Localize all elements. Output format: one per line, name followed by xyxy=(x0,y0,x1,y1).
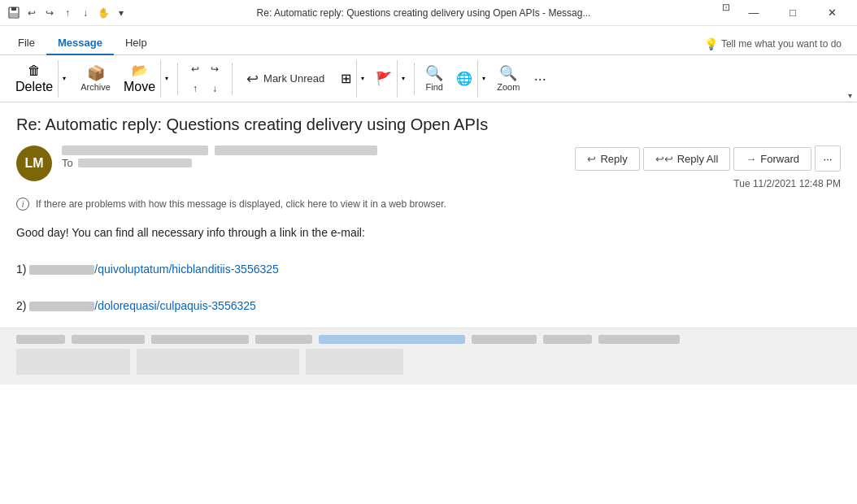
tell-me-text: Tell me what you want to do xyxy=(721,38,842,50)
action-title-icon[interactable]: ✋ xyxy=(96,6,111,20)
body-link-2: 2) /dolorequasi/culpaquis-3556325 xyxy=(16,297,841,315)
blur-block-6 xyxy=(472,335,537,344)
sender-extra-block xyxy=(215,146,377,155)
to-row: To xyxy=(62,157,565,169)
link-1-suffix[interactable]: /quivoluptatum/hicblanditiis-3556325 xyxy=(94,263,278,276)
sender-info: To xyxy=(62,146,565,169)
forward-button[interactable]: → Forward xyxy=(733,147,811,171)
info-banner[interactable]: i If there are problems with how this me… xyxy=(16,198,841,211)
blur-block-7 xyxy=(543,335,592,344)
blur-block-2 xyxy=(72,335,145,344)
blur-row-1 xyxy=(16,335,841,344)
reply-label: Reply xyxy=(600,153,627,165)
flag-icon: 🚩 xyxy=(376,71,392,86)
more-button[interactable]: ··· xyxy=(527,59,553,98)
dropdown-title-icon[interactable]: ▾ xyxy=(114,6,128,20)
up-button[interactable]: ↑ xyxy=(186,80,204,98)
message-timestamp: Tue 11/2/2021 12:48 PM xyxy=(733,178,841,189)
sender-name-block xyxy=(62,146,208,155)
redo-title-icon[interactable]: ↪ xyxy=(42,6,57,20)
nav-group: ↩ ↪ ↑ ↓ xyxy=(183,60,227,98)
undo-button[interactable]: ↩ xyxy=(186,60,204,78)
save-icon[interactable] xyxy=(7,6,21,20)
ribbon-expand-icon[interactable]: ▾ xyxy=(848,91,852,100)
translator-dropdown-arrow[interactable]: ▾ xyxy=(477,60,489,98)
reply-all-label: Reply All xyxy=(677,153,719,165)
more-actions-button[interactable]: ··· xyxy=(815,146,841,172)
move-button[interactable]: 📂 Move ▾ xyxy=(118,59,172,98)
reply-all-button[interactable]: ↩↩ Reply All xyxy=(643,147,731,171)
tab-file[interactable]: File xyxy=(7,32,46,55)
tell-me-field[interactable]: 💡 Tell me what you want to do xyxy=(695,33,850,54)
ribbon-toolbar: 🗑 Delete ▾ 📦 Archive 📂 Move ▾ ↩ ↪ ↑ ↓ xyxy=(0,55,857,102)
list-item-1: 1) xyxy=(16,263,26,276)
blur-row-2 xyxy=(16,349,841,375)
blur-block-1 xyxy=(16,335,65,344)
undo-title-icon[interactable]: ↩ xyxy=(24,6,39,20)
svg-rect-1 xyxy=(11,7,16,11)
message-body: Good day! You can find all necessary inf… xyxy=(16,224,841,315)
blur-block-11 xyxy=(306,349,403,375)
tab-message[interactable]: Message xyxy=(46,32,114,55)
redacted-2 xyxy=(29,302,94,311)
body-link-1: 1) /quivoluptatum/hicblanditiis-3556325 xyxy=(16,260,841,278)
svg-rect-2 xyxy=(10,13,18,17)
separator-1 xyxy=(177,63,178,95)
redo-button[interactable]: ↪ xyxy=(206,60,224,78)
translator-icon: 🌐 xyxy=(456,71,472,86)
delete-icon: 🗑 xyxy=(28,63,41,78)
mark-unread-label: Mark Unread xyxy=(263,72,324,85)
title-bar-icons: ↩ ↪ ↑ ↓ ✋ ▾ xyxy=(7,6,128,20)
blur-block-8 xyxy=(598,335,680,344)
blur-block-9 xyxy=(16,349,130,375)
archive-button[interactable]: 📦 Archive xyxy=(75,59,116,98)
find-button[interactable]: 🔍 Find xyxy=(420,59,449,98)
message-subject: Re: Automatic reply: Questions creating … xyxy=(16,115,841,134)
tags-button[interactable]: ⊞ ▾ xyxy=(335,59,368,98)
more-actions-icon: ··· xyxy=(824,153,833,165)
close-button[interactable]: ✕ xyxy=(813,0,850,26)
tags-icon: ⊞ xyxy=(341,71,351,86)
minimize-button[interactable]: — xyxy=(735,0,772,26)
down-button[interactable]: ↓ xyxy=(206,80,224,98)
zoom-button[interactable]: 🔍 Zoom xyxy=(491,59,525,98)
reply-button[interactable]: ↩ Reply xyxy=(575,147,639,171)
ribbon-tabs: File Message Help 💡 Tell me what you wan… xyxy=(0,26,857,55)
window-title: Re: Automatic reply: Questions creating … xyxy=(133,7,714,19)
list-item-2: 2) xyxy=(16,299,26,312)
reply-all-icon: ↩↩ xyxy=(655,153,673,165)
delete-group: 🗑 Delete ▾ xyxy=(7,59,73,98)
to-address-block xyxy=(78,159,192,167)
archive-icon: 📦 xyxy=(87,66,105,80)
separator-2 xyxy=(232,63,233,95)
tags-dropdown-arrow[interactable]: ▾ xyxy=(356,60,368,98)
move-dropdown-arrow[interactable]: ▾ xyxy=(160,60,172,98)
more-icon: ··· xyxy=(534,72,546,86)
flag-button[interactable]: 🚩 ▾ xyxy=(370,59,409,98)
down-title-icon[interactable]: ↓ xyxy=(78,6,93,20)
body-line-1: Good day! You can find all necessary inf… xyxy=(16,224,841,241)
flag-dropdown-arrow[interactable]: ▾ xyxy=(397,60,408,98)
window-controls: ⊡ — □ ✕ xyxy=(719,0,850,26)
bottom-blurred-area xyxy=(0,328,857,385)
sender-name-row xyxy=(62,146,565,155)
up-title-icon[interactable]: ↑ xyxy=(60,6,75,20)
info-icon: i xyxy=(16,198,29,211)
action-buttons: ↩ Reply ↩↩ Reply All → Forward ··· xyxy=(575,146,841,172)
sender-avatar: LM xyxy=(16,146,52,181)
blur-block-5 xyxy=(319,335,465,344)
blur-block-10 xyxy=(137,349,299,375)
info-banner-text: If there are problems with how this mess… xyxy=(36,198,446,210)
header-right: ↩ Reply ↩↩ Reply All → Forward ··· Tue 1… xyxy=(575,146,841,189)
mark-unread-button[interactable]: ↩ Mark Unread xyxy=(237,59,333,98)
delete-button[interactable]: 🗑 Delete ▾ xyxy=(10,59,70,98)
reply-icon: ↩ xyxy=(587,153,596,165)
tab-help[interactable]: Help xyxy=(114,32,159,55)
restore-icon[interactable]: ⊡ xyxy=(719,0,733,15)
translator-button[interactable]: 🌐 ▾ xyxy=(450,59,489,98)
link-2-suffix[interactable]: /dolorequasi/culpaquis-3556325 xyxy=(94,299,255,312)
redacted-1 xyxy=(29,265,94,275)
to-label: To xyxy=(62,157,73,169)
delete-dropdown-arrow[interactable]: ▾ xyxy=(58,60,69,98)
maximize-button[interactable]: □ xyxy=(774,0,811,26)
